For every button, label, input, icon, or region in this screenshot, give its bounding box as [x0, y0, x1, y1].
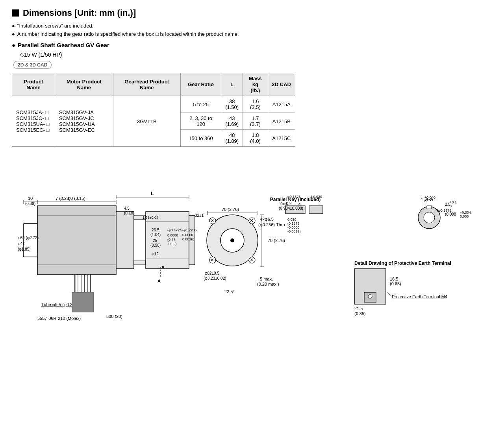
dim-phi47: φ47	[18, 242, 25, 246]
dim-tol-0-0012: -0.0012)	[287, 229, 301, 233]
dim-4-5: 4.5	[124, 206, 130, 211]
col-header-product: Product Name	[12, 73, 55, 96]
svg-rect-4	[37, 206, 116, 275]
gearhead-name: 3GV □ B	[113, 96, 180, 147]
leader-line-prot	[387, 292, 392, 296]
dim-0-098-zero: 0.000	[460, 214, 469, 218]
dim-80: 80 (3.15)	[68, 196, 85, 201]
col-header-cad: 2D CAD	[268, 73, 295, 96]
dim-phi-1-2205: (φ1.2205	[182, 228, 196, 232]
tube-label: Tube φ9.5 (φ0.37)	[41, 302, 76, 307]
dim-0-65: (0.65)	[390, 281, 401, 286]
dim-0-098: (0.098	[445, 212, 456, 216]
mass-1: 1.6(3.5)	[243, 96, 268, 113]
dim-16-5: 16.5	[390, 277, 398, 281]
dim-tol-0-0000: -0.0000	[287, 225, 300, 229]
technical-drawing-section: 80 (3.15) 10 (0.39) 7 (0.28) 4.5 (0.18) …	[12, 155, 492, 325]
dim-0-030: 0.030	[287, 218, 296, 222]
x-bl: ✕	[210, 257, 214, 263]
col-header-gear-ratio: Gear Ratio	[180, 73, 221, 96]
dim-70-right: 70 (2.76)	[268, 238, 285, 243]
col-header-L: L	[221, 73, 243, 96]
dim-2-5-plus: +0.1	[450, 200, 457, 204]
key-front-view	[309, 206, 323, 214]
dim-phi-0-256: (φ0.256) Thru	[258, 222, 285, 227]
front-view-center-dot	[230, 238, 234, 242]
gear-ratio-3: 150 to 360	[180, 130, 221, 147]
title-square-icon	[12, 9, 19, 17]
col-header-motor: Motor Product Name	[55, 73, 113, 96]
prot-earth-label: Protective Earth Terminal M4	[392, 294, 447, 299]
aa-inner-circle	[424, 212, 435, 223]
dim-phi-0-1575-a: φ0.1575	[287, 195, 300, 199]
dim-10-in: (0.39)	[25, 201, 35, 206]
connector-label: 5557-06R-210 (Molex)	[37, 316, 81, 321]
dim-phi69: φ69 (φ2.72)	[18, 236, 39, 240]
L-2: 43(1.69)	[221, 113, 243, 130]
dim-32: 32±1	[195, 213, 204, 218]
svg-rect-34	[72, 292, 94, 312]
gear-ratio-2: 2, 3, 30 to 120	[180, 113, 221, 130]
note-2: A number indicating the gear ratio is sp…	[12, 31, 492, 37]
cad-2: A1215B	[268, 113, 295, 130]
svg-rect-7	[116, 212, 134, 269]
mass-3: 1.8(4.0)	[243, 130, 268, 147]
cad-3: A1215C	[268, 130, 295, 147]
dim-22-5-deg: 22.5°	[224, 289, 235, 294]
note-1: "Installation screws" are included.	[12, 23, 492, 29]
product-names: SCM315JA- □SCM315JC- □SCM315UA- □SCM315E…	[12, 96, 55, 147]
dim-key-4: 4	[298, 202, 301, 207]
dim-0-85: (0.85)	[354, 311, 366, 316]
dim-5-max: 5 max.	[260, 277, 273, 281]
dim-25-in: (0.98)	[150, 243, 161, 247]
dim-key-0-984: (0.984±0.008)	[279, 206, 303, 211]
dim-key-25: 25±0.2	[280, 201, 292, 206]
x-br: ✕	[250, 257, 254, 263]
dim-26-5: 26.5	[152, 228, 159, 232]
dim-4-zero-aa: 0	[424, 199, 426, 203]
dim-phi-0-4724-tol: 0.0000	[167, 233, 178, 237]
dim-phi47-in: (φ1.85)	[18, 247, 31, 251]
dim-0-47-in: (0.47	[167, 238, 176, 242]
dim-0-20-max: (0.20 max.)	[257, 282, 279, 286]
dim-phi-1-2205-tol: 0.0000	[182, 233, 193, 237]
svg-rect-9	[134, 261, 146, 265]
dim-L: L	[151, 191, 154, 196]
page-title: Dimensions [Unit: mm (in.)]	[12, 8, 492, 18]
dim-10: 10	[28, 196, 33, 201]
dimensions-table: Product Name Motor Product Name Gearhead…	[12, 73, 295, 147]
col-header-mass: Masskg (lb.)	[243, 73, 268, 96]
dim-phi-0-1575-b: 4 0.030	[310, 195, 322, 199]
dim-0-098-plus: +0.004	[460, 211, 471, 214]
section-header: Parallel Shaft Gearhead GV Gear	[12, 42, 492, 48]
section-a-label: A	[158, 279, 161, 283]
dim-4-5-in: (0.18)	[124, 211, 134, 215]
L-3: 48(1.89)	[221, 130, 243, 147]
col-header-gearhead: Gearhead Product Name	[113, 73, 180, 96]
dim-1-26: 1.26±0.04	[143, 216, 158, 220]
dim-7: 7 (0.28)	[56, 196, 70, 201]
power-label: ◇15 W (1/50 HP)	[20, 52, 492, 58]
dim-26-5-in: (1.04)	[150, 233, 161, 237]
table-row: SCM315JA- □SCM315JC- □SCM315UA- □SCM315E…	[12, 96, 295, 113]
mass-2: 1.7(3.7)	[243, 113, 268, 130]
label-A: A	[161, 265, 165, 270]
dim-70-top: 70 (2.76)	[222, 207, 239, 212]
dim-25: 25	[153, 238, 158, 243]
dim-phi82: φ82±0.5	[205, 271, 219, 275]
aa-key-slot	[427, 206, 432, 209]
dim-0-47-tol: -0.02)	[167, 242, 177, 246]
x-tl: ✕	[210, 218, 214, 223]
x-tr: ✕	[250, 218, 254, 223]
prot-earth-header: Detail Drawing of Protective Earth Termi…	[354, 260, 451, 266]
dim-21-5: 21.5	[354, 306, 363, 311]
technical-drawing-svg: 80 (3.15) 10 (0.39) 7 (0.28) 4.5 (0.18) …	[12, 155, 492, 324]
dim-2-5-zero: 0	[450, 204, 452, 208]
dim-phi-0-4724: (φ0.4724	[167, 228, 182, 232]
cad-badge[interactable]: 2D & 3D CAD	[13, 61, 52, 69]
dim-0-0016: 0.0016)	[182, 237, 195, 241]
terminal-hole	[368, 294, 372, 298]
dim-0-1575-val: (0.1575	[287, 222, 300, 225]
L-1: 38(1.50)	[221, 96, 243, 113]
cad-1: A1215A	[268, 96, 295, 113]
